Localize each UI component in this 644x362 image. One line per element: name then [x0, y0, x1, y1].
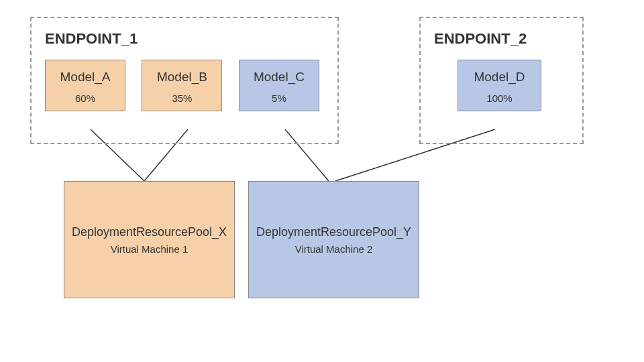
pool-x-box: DeploymentResourcePool_X Virtual Machine… — [64, 181, 235, 298]
model-c-pct: 5% — [246, 93, 312, 104]
model-c-box: Model_C 5% — [239, 60, 319, 111]
model-a-pct: 60% — [52, 93, 118, 104]
model-a-box: Model_A 60% — [45, 60, 125, 111]
model-c-name: Model_C — [246, 70, 312, 84]
model-a-name: Model_A — [52, 70, 118, 84]
pool-y-sub: Virtual Machine 2 — [295, 243, 373, 255]
pool-x-sub: Virtual Machine 1 — [111, 243, 189, 255]
pool-x-title: DeploymentResourcePool_X — [72, 225, 227, 239]
model-b-pct: 35% — [149, 93, 215, 104]
pool-y-box: DeploymentResourcePool_Y Virtual Machine… — [248, 181, 419, 298]
pool-y-title: DeploymentResourcePool_Y — [256, 225, 411, 239]
model-b-name: Model_B — [149, 70, 215, 84]
model-b-box: Model_B 35% — [142, 60, 222, 111]
model-d-pct: 100% — [465, 93, 534, 104]
endpoint-1-box: ENDPOINT_1 Model_A 60% Model_B 35% Model… — [30, 17, 339, 144]
endpoint-2-box: ENDPOINT_2 Model_D 100% — [419, 17, 584, 144]
model-d-box: Model_D 100% — [458, 60, 541, 111]
endpoint-2-title: ENDPOINT_2 — [434, 30, 569, 48]
model-d-name: Model_D — [465, 70, 534, 84]
endpoint-1-title: ENDPOINT_1 — [45, 30, 324, 48]
